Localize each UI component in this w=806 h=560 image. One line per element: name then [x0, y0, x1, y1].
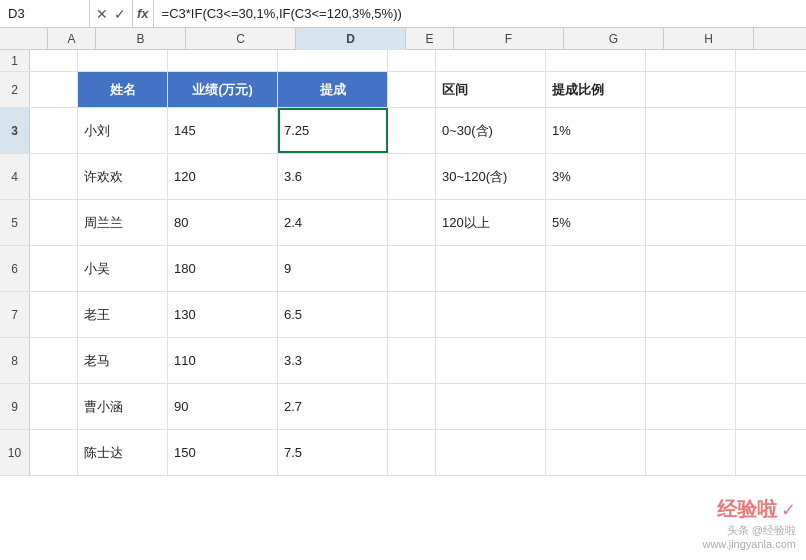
cell-h1[interactable] — [646, 50, 736, 71]
cell-a9[interactable] — [30, 384, 78, 429]
cell-d9[interactable]: 2.7 — [278, 384, 388, 429]
cell-f6[interactable] — [436, 246, 546, 291]
cell-b3[interactable]: 小刘 — [78, 108, 168, 153]
cell-d4[interactable]: 3.6 — [278, 154, 388, 199]
cell-a6[interactable] — [30, 246, 78, 291]
cell-d6[interactable]: 9 — [278, 246, 388, 291]
cell-f7[interactable] — [436, 292, 546, 337]
cell-e4[interactable] — [388, 154, 436, 199]
cell-c2[interactable]: 业绩(万元) — [168, 72, 278, 107]
cell-e5[interactable] — [388, 200, 436, 245]
col-header-e[interactable]: E — [406, 28, 454, 50]
col-header-c[interactable]: C — [186, 28, 296, 50]
cell-a8[interactable] — [30, 338, 78, 383]
sheet-row: 10 陈士达 150 7.5 — [0, 430, 806, 476]
cancel-icon[interactable]: ✕ — [96, 6, 108, 22]
cell-e3[interactable] — [388, 108, 436, 153]
cell-h2[interactable] — [646, 72, 736, 107]
formula-input[interactable]: =C3*IF(C3<=30,1%,IF(C3<=120,3%,5%)) — [154, 6, 806, 21]
cell-a1[interactable] — [30, 50, 78, 71]
cell-c1[interactable] — [168, 50, 278, 71]
sheet-row: 9 曹小涵 90 2.7 — [0, 384, 806, 430]
cell-f8[interactable] — [436, 338, 546, 383]
cell-c10[interactable]: 150 — [168, 430, 278, 475]
cell-d5[interactable]: 2.4 — [278, 200, 388, 245]
cell-h4[interactable] — [646, 154, 736, 199]
cell-g10[interactable] — [546, 430, 646, 475]
cell-e8[interactable] — [388, 338, 436, 383]
cell-h9[interactable] — [646, 384, 736, 429]
cell-g6[interactable] — [546, 246, 646, 291]
cell-b8[interactable]: 老马 — [78, 338, 168, 383]
cell-g9[interactable] — [546, 384, 646, 429]
cell-d7[interactable]: 6.5 — [278, 292, 388, 337]
cell-a4[interactable] — [30, 154, 78, 199]
cell-d3[interactable]: 7.25 — [278, 108, 388, 153]
cell-c8[interactable]: 110 — [168, 338, 278, 383]
cell-h8[interactable] — [646, 338, 736, 383]
cell-e6[interactable] — [388, 246, 436, 291]
cell-f10[interactable] — [436, 430, 546, 475]
cell-b4[interactable]: 许欢欢 — [78, 154, 168, 199]
cell-b6[interactable]: 小吴 — [78, 246, 168, 291]
cell-b1[interactable] — [78, 50, 168, 71]
col-header-b[interactable]: B — [96, 28, 186, 50]
cell-a2[interactable] — [30, 72, 78, 107]
cell-b2[interactable]: 姓名 — [78, 72, 168, 107]
cell-h3[interactable] — [646, 108, 736, 153]
cell-reference-box[interactable]: D3 — [0, 0, 90, 28]
cell-e10[interactable] — [388, 430, 436, 475]
cell-g7[interactable] — [546, 292, 646, 337]
cell-e9[interactable] — [388, 384, 436, 429]
col-header-h[interactable]: H — [664, 28, 754, 50]
col-header-g[interactable]: G — [564, 28, 664, 50]
cell-d10[interactable]: 7.5 — [278, 430, 388, 475]
watermark-icon: 经验啦 — [717, 496, 777, 523]
cell-f1[interactable] — [436, 50, 546, 71]
cell-f5[interactable]: 120以上 — [436, 200, 546, 245]
cell-c6[interactable]: 180 — [168, 246, 278, 291]
cell-h5[interactable] — [646, 200, 736, 245]
cell-b5[interactable]: 周兰兰 — [78, 200, 168, 245]
cell-g8[interactable] — [546, 338, 646, 383]
cell-f4[interactable]: 30~120(含) — [436, 154, 546, 199]
cell-a5[interactable] — [30, 200, 78, 245]
cell-a10[interactable] — [30, 430, 78, 475]
cell-c3[interactable]: 145 — [168, 108, 278, 153]
row-num: 6 — [0, 246, 30, 291]
cell-g1[interactable] — [546, 50, 646, 71]
row-num: 2 — [0, 72, 30, 107]
cell-h6[interactable] — [646, 246, 736, 291]
cell-b9[interactable]: 曹小涵 — [78, 384, 168, 429]
cell-d1[interactable] — [278, 50, 388, 71]
cell-c4[interactable]: 120 — [168, 154, 278, 199]
cell-e1[interactable] — [388, 50, 436, 71]
cell-h10[interactable] — [646, 430, 736, 475]
cell-f2[interactable]: 区间 — [436, 72, 546, 107]
cell-c5[interactable]: 80 — [168, 200, 278, 245]
col-header-d[interactable]: D — [296, 28, 406, 50]
cell-g4[interactable]: 3% — [546, 154, 646, 199]
col-header-a[interactable]: A — [48, 28, 96, 50]
confirm-icon[interactable]: ✓ — [114, 6, 126, 22]
cell-g2[interactable]: 提成比例 — [546, 72, 646, 107]
cell-a3[interactable] — [30, 108, 78, 153]
cell-g5[interactable]: 5% — [546, 200, 646, 245]
cell-e2[interactable] — [388, 72, 436, 107]
cell-ref-text: D3 — [8, 6, 25, 21]
cell-b7[interactable]: 老王 — [78, 292, 168, 337]
fx-icon: fx — [133, 0, 154, 28]
sheet-row: 6 小吴 180 9 — [0, 246, 806, 292]
col-header-f[interactable]: F — [454, 28, 564, 50]
cell-b10[interactable]: 陈士达 — [78, 430, 168, 475]
cell-h7[interactable] — [646, 292, 736, 337]
cell-f3[interactable]: 0~30(含) — [436, 108, 546, 153]
cell-c9[interactable]: 90 — [168, 384, 278, 429]
cell-a7[interactable] — [30, 292, 78, 337]
cell-c7[interactable]: 130 — [168, 292, 278, 337]
cell-g3[interactable]: 1% — [546, 108, 646, 153]
cell-d8[interactable]: 3.3 — [278, 338, 388, 383]
cell-d2[interactable]: 提成 — [278, 72, 388, 107]
cell-e7[interactable] — [388, 292, 436, 337]
cell-f9[interactable] — [436, 384, 546, 429]
